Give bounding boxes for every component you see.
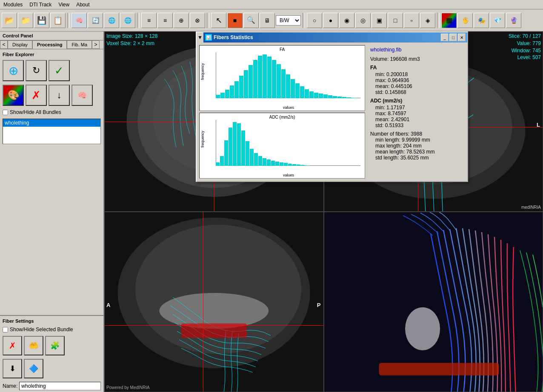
light-btn-2[interactable]: ● (323, 13, 338, 28)
image-panel-bottom-right[interactable]: P R (324, 212, 543, 392)
monitor-button[interactable]: 🖥 (260, 13, 275, 28)
fiber-explorer-title: Fiber Explorer (0, 49, 103, 58)
show-hide-all-row: Show/Hide All Bundles (0, 108, 103, 117)
letter-a-left: A (106, 302, 110, 308)
brain-icon-1[interactable]: 🧠 (71, 13, 87, 28)
menu-about[interactable]: About (73, 1, 93, 9)
fiber-action-buttons: 🎨 ✗ ↓ 🧠 (0, 83, 103, 108)
fiber-btn-2[interactable]: 🖐 (457, 13, 473, 28)
save-button[interactable]: 💾 (34, 13, 49, 28)
adc-chart-title: ADC (mm2/s) (200, 115, 365, 119)
cursor-button[interactable]: ↖ (211, 13, 226, 28)
show-hide-all-checkbox[interactable] (3, 110, 8, 115)
brain-icon-4[interactable]: 🌐 (120, 13, 135, 28)
right-content: Image Size: 128 × 128 Voxel Size: 2 × 2 … (104, 31, 543, 392)
tool-btn-5[interactable]: ≡ (141, 13, 157, 28)
svg-rect-59 (220, 156, 224, 166)
tool-btn-7[interactable]: ⊕ (174, 13, 189, 28)
tab-nav-left[interactable]: < (0, 40, 8, 49)
brain-icon-3[interactable]: 🌐 (104, 13, 119, 28)
tab-processing[interactable]: Processing (32, 40, 67, 49)
check-button[interactable]: ✓ (49, 60, 70, 81)
letter-l-right: L (537, 122, 540, 128)
svg-rect-43 (328, 95, 332, 98)
fa-std: std: 0.145868 (375, 89, 463, 95)
color-button[interactable]: ■ (227, 13, 243, 28)
fiber-btn-5[interactable]: 🔮 (506, 13, 521, 28)
fa-chart-title: FA (200, 47, 365, 52)
name-input[interactable] (19, 382, 101, 390)
light-btn-7[interactable]: ▫ (404, 13, 419, 28)
adc-max: max: 8.74597 (375, 111, 463, 116)
brain-icon-2[interactable]: 🔄 (88, 13, 103, 28)
light-btn-6[interactable]: □ (388, 13, 403, 28)
svg-rect-29 (263, 54, 267, 98)
bundle-list[interactable]: wholething (3, 119, 101, 144)
remove-selected-button[interactable]: ✗ (3, 336, 22, 355)
refresh-button[interactable]: ↻ (26, 60, 47, 81)
open-folder-button[interactable]: 📁 (18, 13, 33, 28)
save-as-button[interactable]: 📋 (50, 13, 66, 28)
color-selected-button[interactable]: 🤲 (24, 336, 43, 355)
menu-view[interactable]: View (55, 1, 73, 9)
light-btn-3[interactable]: ◉ (339, 13, 354, 28)
dialog-minimize-button[interactable]: _ (441, 34, 449, 41)
fa-min: min: 0.200018 (375, 71, 463, 77)
advanced-button[interactable]: 🧩 (45, 336, 65, 355)
menu-modules[interactable]: Modules (0, 1, 26, 9)
light-btn-4[interactable]: ◎ (355, 13, 371, 28)
zoom-button[interactable]: 🔍 (243, 13, 259, 28)
menu-dti-track[interactable]: DTI Track (26, 1, 55, 9)
bundle-item-wholething[interactable]: wholething (3, 119, 100, 127)
dialog-maximize-button[interactable]: □ (449, 34, 457, 41)
tab-display[interactable]: Display (8, 40, 32, 49)
svg-rect-25 (244, 70, 248, 98)
stats-fibers: Number of fibers: 3988 min length: 9.999… (370, 131, 463, 161)
name-label: Name: (3, 383, 17, 389)
dialog-rollup-button[interactable]: ▼ (197, 32, 203, 43)
add-button[interactable]: ⬇ (3, 359, 22, 378)
volume-value: Volume: 196608 mm3 (370, 56, 463, 62)
tab-fib-ma[interactable]: Fib. Ma (67, 40, 92, 49)
svg-rect-67 (254, 153, 258, 166)
fiber-btn-4[interactable]: 💎 (490, 13, 505, 28)
tool-btn-6[interactable]: ≡ (157, 13, 173, 28)
stats-fa: FA min: 0.200018 max: 0.964936 mean: 0.4… (370, 65, 463, 95)
fiber-btn-3[interactable]: 🎭 (474, 13, 489, 28)
svg-rect-27 (253, 60, 257, 98)
show-hide-selected-checkbox[interactable] (3, 327, 8, 332)
adc-x-axis-label: values (217, 173, 360, 177)
svg-rect-23 (234, 81, 239, 98)
menubar: Modules DTI Track View About (0, 0, 543, 9)
svg-point-11 (405, 307, 440, 350)
svg-rect-9 (181, 324, 247, 338)
control-panel-header: Control Panel (0, 31, 103, 40)
color-fiber-button[interactable]: 🎨 (3, 85, 24, 106)
adc-std: std: 0.51933 (375, 122, 463, 128)
light-btn-5[interactable]: ▣ (372, 13, 387, 28)
remove-fiber-button[interactable]: ✗ (26, 85, 47, 106)
light-btn-1[interactable]: ○ (307, 13, 322, 28)
open-file-button[interactable]: 📂 (2, 13, 17, 28)
download-fiber-button[interactable]: ↓ (49, 85, 70, 106)
svg-rect-73 (280, 162, 283, 166)
svg-rect-77 (297, 165, 300, 166)
fiber-btn-1[interactable]: ▦ (441, 13, 457, 28)
roi-button[interactable]: 🔷 (24, 359, 43, 378)
show-hide-all-label: Show/Hide All Bundles (10, 109, 61, 115)
svg-rect-26 (249, 65, 253, 98)
light-btn-8[interactable]: ◈ (420, 13, 435, 28)
svg-rect-24 (239, 76, 243, 98)
bw-select[interactable]: B/W Color Jet (276, 15, 301, 26)
image-panel-bottom-left[interactable]: A P Powered by MedINRIA (104, 212, 324, 392)
tool-btn-8[interactable]: ⊗ (190, 13, 205, 28)
dialog-close-button[interactable]: ✕ (458, 34, 466, 41)
toolbar-separator-5 (437, 13, 440, 28)
svg-rect-33 (281, 69, 286, 98)
image-fiber-button[interactable]: 🧠 (71, 85, 93, 106)
fiber-explorer-buttons: ⊕ ↻ ✓ (0, 58, 103, 83)
dialog-charts: FA frequency values (199, 45, 365, 179)
tab-nav-right[interactable]: > (92, 40, 100, 49)
target-button[interactable]: ⊕ (3, 60, 24, 81)
toolbar-separator-3 (207, 13, 209, 28)
